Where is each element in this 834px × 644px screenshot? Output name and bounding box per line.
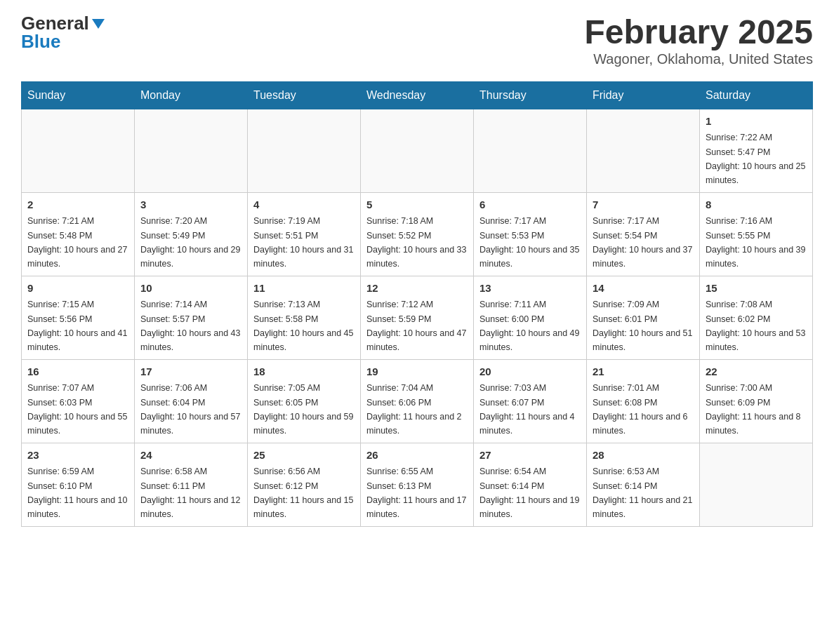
page-header: General Blue February 2025 Wagoner, Okla… — [21, 14, 813, 67]
header-wednesday: Wednesday — [361, 81, 474, 109]
table-row: 22Sunrise: 7:00 AMSunset: 6:09 PMDayligh… — [700, 359, 813, 443]
day-info: Sunrise: 7:18 AMSunset: 5:52 PMDaylight:… — [366, 216, 466, 269]
table-row — [22, 109, 135, 192]
table-row: 24Sunrise: 6:58 AMSunset: 6:11 PMDayligh… — [135, 443, 248, 526]
day-info: Sunrise: 6:58 AMSunset: 6:11 PMDaylight:… — [140, 467, 240, 519]
day-info: Sunrise: 7:17 AMSunset: 5:53 PMDaylight:… — [479, 216, 579, 269]
svg-marker-0 — [92, 19, 105, 29]
table-row: 11Sunrise: 7:13 AMSunset: 5:58 PMDayligh… — [248, 276, 361, 359]
day-number: 11 — [253, 281, 355, 297]
calendar-header-row: Sunday Monday Tuesday Wednesday Thursday… — [22, 81, 813, 109]
logo-blue-text: Blue — [21, 32, 106, 51]
day-info: Sunrise: 7:22 AMSunset: 5:47 PMDaylight:… — [706, 133, 805, 185]
day-number: 27 — [479, 448, 581, 464]
day-number: 2 — [27, 197, 128, 213]
day-number: 25 — [253, 448, 355, 464]
table-row: 20Sunrise: 7:03 AMSunset: 6:07 PMDayligh… — [474, 359, 587, 443]
day-info: Sunrise: 7:05 AMSunset: 6:05 PMDaylight:… — [253, 383, 353, 436]
day-info: Sunrise: 7:01 AMSunset: 6:08 PMDaylight:… — [593, 383, 688, 436]
day-number: 16 — [27, 364, 128, 380]
calendar-week-row: 9Sunrise: 7:15 AMSunset: 5:56 PMDaylight… — [22, 276, 813, 359]
day-info: Sunrise: 7:08 AMSunset: 6:02 PMDaylight:… — [706, 300, 805, 352]
day-info: Sunrise: 7:21 AMSunset: 5:48 PMDaylight:… — [27, 216, 127, 269]
table-row — [248, 109, 361, 192]
table-row: 17Sunrise: 7:06 AMSunset: 6:04 PMDayligh… — [135, 359, 248, 443]
day-info: Sunrise: 6:59 AMSunset: 6:10 PMDaylight:… — [27, 467, 127, 519]
table-row: 10Sunrise: 7:14 AMSunset: 5:57 PMDayligh… — [135, 276, 248, 359]
table-row: 27Sunrise: 6:54 AMSunset: 6:14 PMDayligh… — [474, 443, 587, 526]
day-info: Sunrise: 7:09 AMSunset: 6:01 PMDaylight:… — [593, 300, 692, 352]
day-info: Sunrise: 7:19 AMSunset: 5:51 PMDaylight:… — [253, 216, 353, 269]
table-row: 14Sunrise: 7:09 AMSunset: 6:01 PMDayligh… — [587, 276, 700, 359]
day-number: 13 — [479, 281, 581, 297]
day-info: Sunrise: 7:13 AMSunset: 5:58 PMDaylight:… — [253, 300, 353, 352]
day-number: 6 — [479, 197, 581, 213]
day-info: Sunrise: 7:17 AMSunset: 5:54 PMDaylight:… — [593, 216, 692, 269]
day-number: 22 — [706, 364, 807, 380]
table-row: 19Sunrise: 7:04 AMSunset: 6:06 PMDayligh… — [361, 359, 474, 443]
table-row: 4Sunrise: 7:19 AMSunset: 5:51 PMDaylight… — [248, 192, 361, 276]
day-info: Sunrise: 7:12 AMSunset: 5:59 PMDaylight:… — [366, 300, 466, 352]
calendar-week-row: 2Sunrise: 7:21 AMSunset: 5:48 PMDaylight… — [22, 192, 813, 276]
table-row: 3Sunrise: 7:20 AMSunset: 5:49 PMDaylight… — [135, 192, 248, 276]
table-row: 7Sunrise: 7:17 AMSunset: 5:54 PMDaylight… — [587, 192, 700, 276]
day-number: 28 — [593, 448, 694, 464]
table-row — [135, 109, 248, 192]
day-number: 26 — [366, 448, 468, 464]
day-number: 3 — [140, 197, 241, 213]
table-row: 1Sunrise: 7:22 AMSunset: 5:47 PMDaylight… — [700, 109, 813, 192]
day-info: Sunrise: 6:53 AMSunset: 6:14 PMDaylight:… — [593, 467, 692, 519]
table-row: 9Sunrise: 7:15 AMSunset: 5:56 PMDaylight… — [22, 276, 135, 359]
table-row: 8Sunrise: 7:16 AMSunset: 5:55 PMDaylight… — [700, 192, 813, 276]
day-number: 8 — [706, 197, 807, 213]
day-number: 14 — [593, 281, 694, 297]
day-number: 1 — [706, 114, 807, 130]
day-number: 12 — [366, 281, 468, 297]
header-saturday: Saturday — [700, 81, 813, 109]
day-number: 7 — [593, 197, 694, 213]
table-row: 15Sunrise: 7:08 AMSunset: 6:02 PMDayligh… — [700, 276, 813, 359]
title-block: February 2025 Wagoner, Oklahoma, United … — [584, 14, 813, 67]
day-info: Sunrise: 7:20 AMSunset: 5:49 PMDaylight:… — [140, 216, 240, 269]
day-info: Sunrise: 7:06 AMSunset: 6:04 PMDaylight:… — [140, 383, 240, 436]
day-info: Sunrise: 6:54 AMSunset: 6:14 PMDaylight:… — [479, 467, 579, 519]
table-row: 26Sunrise: 6:55 AMSunset: 6:13 PMDayligh… — [361, 443, 474, 526]
day-info: Sunrise: 7:04 AMSunset: 6:06 PMDaylight:… — [366, 383, 462, 436]
logo: General Blue — [21, 14, 106, 51]
day-number: 19 — [366, 364, 468, 380]
table-row: 21Sunrise: 7:01 AMSunset: 6:08 PMDayligh… — [587, 359, 700, 443]
table-row — [587, 109, 700, 192]
day-info: Sunrise: 7:15 AMSunset: 5:56 PMDaylight:… — [27, 300, 127, 352]
table-row: 18Sunrise: 7:05 AMSunset: 6:05 PMDayligh… — [248, 359, 361, 443]
table-row — [361, 109, 474, 192]
day-info: Sunrise: 7:07 AMSunset: 6:03 PMDaylight:… — [27, 383, 127, 436]
calendar-title: February 2025 — [584, 14, 813, 51]
header-monday: Monday — [135, 81, 248, 109]
table-row: 16Sunrise: 7:07 AMSunset: 6:03 PMDayligh… — [22, 359, 135, 443]
calendar-table: Sunday Monday Tuesday Wednesday Thursday… — [21, 81, 813, 527]
day-info: Sunrise: 7:16 AMSunset: 5:55 PMDaylight:… — [706, 216, 805, 269]
calendar-subtitle: Wagoner, Oklahoma, United States — [584, 51, 813, 67]
day-number: 24 — [140, 448, 241, 464]
day-info: Sunrise: 7:03 AMSunset: 6:07 PMDaylight:… — [479, 383, 575, 436]
day-number: 20 — [479, 364, 581, 380]
day-number: 18 — [253, 364, 355, 380]
table-row: 5Sunrise: 7:18 AMSunset: 5:52 PMDaylight… — [361, 192, 474, 276]
table-row: 12Sunrise: 7:12 AMSunset: 5:59 PMDayligh… — [361, 276, 474, 359]
calendar-week-row: 23Sunrise: 6:59 AMSunset: 6:10 PMDayligh… — [22, 443, 813, 526]
calendar-week-row: 1Sunrise: 7:22 AMSunset: 5:47 PMDaylight… — [22, 109, 813, 192]
day-number: 4 — [253, 197, 355, 213]
day-number: 9 — [27, 281, 128, 297]
header-friday: Friday — [587, 81, 700, 109]
day-number: 5 — [366, 197, 468, 213]
day-info: Sunrise: 6:56 AMSunset: 6:12 PMDaylight:… — [253, 467, 353, 519]
day-number: 15 — [706, 281, 807, 297]
logo-arrow-icon — [91, 16, 106, 32]
day-number: 10 — [140, 281, 241, 297]
day-number: 17 — [140, 364, 241, 380]
table-row: 13Sunrise: 7:11 AMSunset: 6:00 PMDayligh… — [474, 276, 587, 359]
table-row: 28Sunrise: 6:53 AMSunset: 6:14 PMDayligh… — [587, 443, 700, 526]
table-row — [700, 443, 813, 526]
calendar-week-row: 16Sunrise: 7:07 AMSunset: 6:03 PMDayligh… — [22, 359, 813, 443]
table-row: 6Sunrise: 7:17 AMSunset: 5:53 PMDaylight… — [474, 192, 587, 276]
